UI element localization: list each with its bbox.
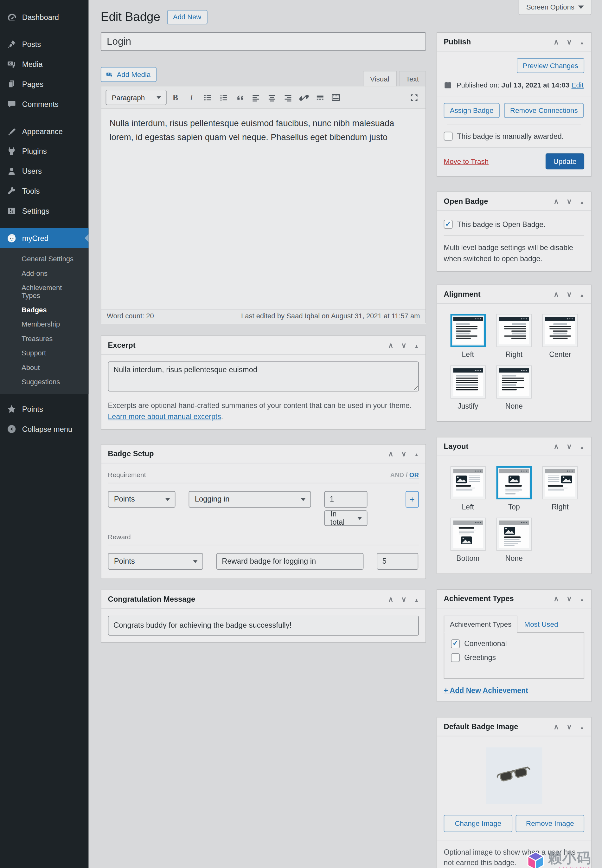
collapse-panel-icon[interactable] [579, 290, 584, 298]
open-badge-header[interactable]: Open Badge [437, 192, 591, 211]
reward-type-select[interactable]: Points [108, 553, 203, 569]
submenu-suggestions[interactable]: Suggestions [0, 375, 88, 389]
requirement-type-select[interactable]: Points [108, 491, 175, 507]
sidebar-item-appearance[interactable]: Appearance [0, 121, 88, 141]
move-down-icon[interactable] [401, 449, 407, 457]
sidebar-item-media[interactable]: Media [0, 54, 88, 74]
requirement-action-select[interactable]: Logging in [189, 491, 311, 507]
collapse-panel-icon[interactable] [414, 341, 419, 349]
remove-image-button[interactable]: Remove Image [516, 815, 585, 832]
requirement-count-input[interactable] [324, 491, 367, 507]
default-badge-image-header[interactable]: Default Badge Image [437, 717, 591, 736]
requirement-mode-select[interactable]: In total [324, 510, 367, 526]
more-tag-button[interactable] [313, 90, 327, 105]
badge-setup-header[interactable]: Badge Setup [101, 445, 425, 463]
fullscreen-button[interactable] [407, 90, 421, 105]
alignment-option-right[interactable]: Right [491, 314, 538, 358]
blockquote-button[interactable] [232, 90, 247, 105]
move-up-icon[interactable] [553, 442, 559, 451]
move-up-icon[interactable] [553, 594, 559, 603]
italic-button[interactable]: I [184, 90, 199, 105]
move-up-icon[interactable] [388, 595, 393, 603]
layout-option-none[interactable]: None [491, 517, 538, 562]
excerpt-panel-header[interactable]: Excerpt [101, 336, 425, 355]
sidebar-item-comments[interactable]: Comments [0, 94, 88, 114]
move-down-icon[interactable] [567, 38, 572, 46]
assign-badge-button[interactable]: Assign Badge [444, 103, 500, 118]
move-down-icon[interactable] [567, 594, 572, 603]
sidebar-item-pages[interactable]: Pages [0, 74, 88, 94]
remove-connections-button[interactable]: Remove Connections [504, 103, 584, 118]
move-up-icon[interactable] [553, 38, 559, 46]
add-media-button[interactable]: Add Media [101, 67, 157, 82]
submenu-badges[interactable]: Badges [0, 303, 88, 317]
collapse-panel-icon[interactable] [414, 595, 419, 603]
toolbar-toggle-button[interactable] [329, 90, 343, 105]
add-new-achievement-link[interactable]: + Add New Achievement [444, 686, 528, 695]
edit-published-link[interactable]: Edit [571, 81, 584, 89]
sidebar-item-dashboard[interactable]: Dashboard [0, 7, 88, 27]
excerpt-textarea[interactable]: Nulla interdum, risus pellentesque euism… [108, 362, 419, 391]
congratulation-header[interactable]: Congratulation Message [101, 590, 425, 609]
sidebar-item-settings[interactable]: Settings [0, 201, 88, 221]
submenu-treasures[interactable]: Treasures [0, 332, 88, 346]
move-down-icon[interactable] [567, 197, 572, 205]
layout-header[interactable]: Layout [437, 437, 591, 456]
reward-amount-input[interactable] [377, 553, 418, 569]
move-down-icon[interactable] [567, 290, 572, 298]
collapse-panel-icon[interactable] [579, 594, 584, 603]
move-down-icon[interactable] [401, 341, 407, 349]
bold-button[interactable]: B [168, 90, 183, 105]
sidebar-item-plugins[interactable]: Plugins [0, 141, 88, 161]
alignment-option-none[interactable]: None [491, 365, 538, 410]
congratulation-message-input[interactable] [108, 615, 419, 635]
align-right-button[interactable] [280, 90, 295, 105]
excerpt-learn-more-link[interactable]: Learn more about manual excerpts [108, 412, 221, 421]
sidebar-item-points[interactable]: Points [0, 399, 88, 419]
collapse-panel-icon[interactable] [579, 38, 584, 46]
layout-option-left[interactable]: Left [445, 466, 491, 511]
move-up-icon[interactable] [388, 449, 393, 457]
manually-awarded-checkbox[interactable] [444, 132, 453, 141]
sidebar-item-mycred[interactable]: myCred [0, 228, 88, 248]
submenu-achievement-types[interactable]: Achievement Types [0, 280, 88, 303]
screen-options-button[interactable]: Screen Options [519, 0, 591, 15]
add-new-button[interactable]: Add New [167, 10, 207, 24]
move-up-icon[interactable] [553, 197, 559, 205]
editor-content[interactable]: Nulla interdum, risus pellentesque euism… [101, 109, 425, 309]
add-requirement-button[interactable]: + [405, 491, 419, 507]
submenu-about[interactable]: About [0, 360, 88, 375]
change-image-button[interactable]: Change Image [444, 815, 513, 832]
tab-achievement-types[interactable]: Achievement Types [444, 615, 518, 633]
publish-header[interactable]: Publish [437, 33, 591, 51]
move-down-icon[interactable] [567, 722, 572, 730]
badge-title-input[interactable] [101, 32, 426, 51]
sidebar-item-posts[interactable]: Posts [0, 34, 88, 54]
move-down-icon[interactable] [567, 442, 572, 451]
collapse-panel-icon[interactable] [579, 197, 584, 205]
layout-option-top[interactable]: Top [491, 466, 538, 511]
alignment-option-left[interactable]: Left [445, 314, 491, 358]
layout-option-right[interactable]: Right [537, 466, 583, 511]
layout-option-bottom[interactable]: Bottom [445, 517, 491, 562]
sidebar-item-users[interactable]: Users [0, 161, 88, 181]
align-left-button[interactable] [249, 90, 263, 105]
conventional-checkbox[interactable] [451, 639, 460, 648]
sidebar-item-tools[interactable]: Tools [0, 181, 88, 201]
greetings-checkbox[interactable] [451, 653, 460, 662]
move-to-trash-link[interactable]: Move to Trash [444, 157, 489, 165]
tab-text[interactable]: Text [399, 71, 426, 86]
open-badge-checkbox[interactable] [444, 220, 453, 229]
move-up-icon[interactable] [388, 341, 393, 349]
tab-most-used[interactable]: Most Used [518, 616, 565, 632]
alignment-option-center[interactable]: Center [537, 314, 583, 358]
move-down-icon[interactable] [401, 595, 407, 603]
collapse-panel-icon[interactable] [579, 442, 584, 451]
reward-log-input[interactable] [217, 553, 364, 569]
numbered-list-button[interactable] [217, 90, 231, 105]
or-toggle[interactable]: OR [409, 471, 419, 478]
submenu-support[interactable]: Support [0, 346, 88, 360]
link-button[interactable] [296, 90, 311, 105]
move-up-icon[interactable] [553, 722, 559, 730]
submenu-general-settings[interactable]: General Settings [0, 252, 88, 266]
